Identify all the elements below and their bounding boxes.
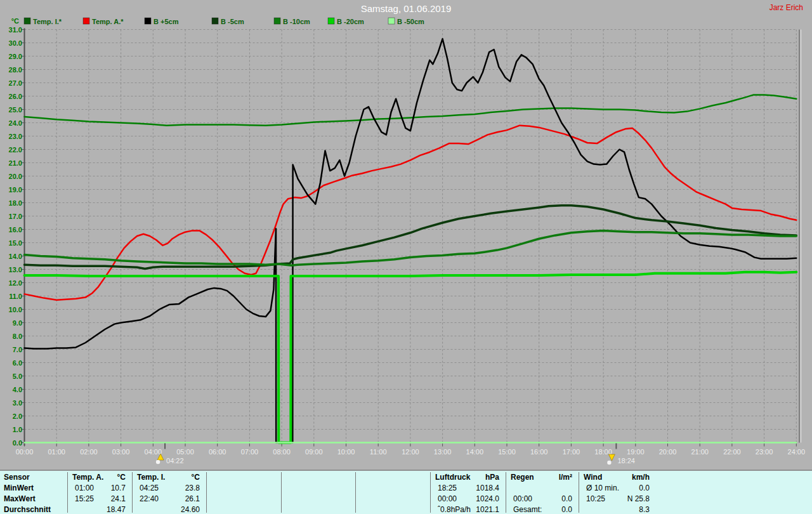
table-row-label: MaxWert <box>4 494 36 504</box>
y-axis-label: 1.0 <box>13 426 22 433</box>
table-row-label: MinWert <box>4 484 34 493</box>
x-axis-label: 21:00 <box>691 448 709 456</box>
table-cell-value: 1024.0 <box>430 494 499 504</box>
legend-swatch-b+5cm <box>145 18 151 24</box>
y-axis-label: 13.0 <box>9 266 22 273</box>
sunset-marker-sun-glyph <box>607 461 611 465</box>
legend-swatch-b-50cm <box>388 18 395 24</box>
x-axis-label: 14:00 <box>466 448 484 456</box>
legend-label: Temp. I.* <box>33 18 62 25</box>
x-axis-label: 01:00 <box>48 448 65 456</box>
table-cell-value: 10.7 <box>67 484 126 493</box>
legend-label: B +5cm <box>154 18 179 25</box>
legend-swatch-b-5cm <box>212 18 218 24</box>
legend-label: B -50cm <box>397 18 424 25</box>
table-cell-value: 23.8 <box>132 484 200 493</box>
table-cell-value: 24.1 <box>67 494 126 504</box>
x-axis-label: 05:00 <box>176 448 194 456</box>
y-axis-label: 8.0 <box>13 333 22 340</box>
table-row-label: Sensor <box>4 473 30 482</box>
table-cell-value: 24.60 <box>132 505 200 514</box>
y-axis-label: 31.0 <box>9 26 22 34</box>
table-column-divider <box>355 472 356 513</box>
sunset-marker-icon <box>608 454 615 461</box>
x-axis-label: 20:00 <box>659 448 677 456</box>
legend-swatch-tempi <box>24 18 30 24</box>
weather-app-window: Samstag, 01.06.2019 Jarz Erich °C 0.01.0… <box>0 0 812 514</box>
y-axis-label: 5.0 <box>13 372 22 380</box>
y-axis-label: 21.0 <box>9 159 22 167</box>
table-cell-value: 1018.4 <box>430 484 499 493</box>
y-axis-label: 6.0 <box>13 359 22 367</box>
legend-swatch-b-20cm <box>328 18 334 24</box>
x-axis-label: 22:00 <box>723 448 741 456</box>
x-axis-label: 23:00 <box>756 448 773 456</box>
axis-labels: 0.01.02.03.04.05.06.07.08.09.010.011.012… <box>9 26 805 456</box>
table-cell-value: 0.0 <box>579 484 650 493</box>
x-axis-label: 17:00 <box>563 448 580 456</box>
y-axis-label: 23.0 <box>9 133 22 140</box>
x-axis-label: 06:00 <box>209 448 226 456</box>
x-axis-label: 09:00 <box>305 448 323 456</box>
table-column-divider <box>206 472 207 513</box>
y-axis-label: 7.0 <box>13 346 22 353</box>
table-cell-value: 18.47 <box>67 505 126 514</box>
x-axis-label: 08:00 <box>273 448 291 456</box>
y-axis-label: 18.0 <box>9 199 22 207</box>
legend-label: Temp. A.* <box>92 18 124 25</box>
legend-label: B -10cm <box>283 18 310 25</box>
x-axis-label: 04:00 <box>145 448 162 456</box>
legend-label: B -20cm <box>337 18 364 25</box>
x-axis-label: 11:00 <box>370 448 387 456</box>
y-axis-label: 0.0 <box>13 439 22 447</box>
y-axis-label: 14.0 <box>9 253 22 260</box>
y-axis-label: 3.0 <box>13 399 22 407</box>
y-axis-label: 11.0 <box>9 293 22 300</box>
y-axis-label: 10.0 <box>9 306 22 313</box>
y-axis-label: 15.0 <box>9 239 22 247</box>
axes <box>22 29 801 447</box>
owner-watermark: Jarz Erich <box>769 3 803 12</box>
y-axis-unit-label: °C <box>11 17 19 25</box>
x-axis-label: 24:00 <box>788 448 806 456</box>
x-axis-label: 16:00 <box>530 448 548 456</box>
y-axis-label: 28.0 <box>9 66 22 74</box>
y-axis-label: 29.0 <box>9 53 22 60</box>
x-axis-label: 00:00 <box>16 448 34 456</box>
table-column-divider <box>281 472 282 513</box>
x-axis-label: 12:00 <box>402 448 419 456</box>
y-axis-label: 24.0 <box>9 119 22 127</box>
x-axis-label: 07:00 <box>241 448 259 456</box>
legend-swatch-tempa <box>83 18 89 24</box>
page-title: Samstag, 01.06.2019 <box>361 3 452 14</box>
y-axis-label: 17.0 <box>9 213 22 220</box>
y-axis-label: 20.0 <box>9 173 22 180</box>
column-unit: km/h <box>579 473 650 482</box>
x-axis-label: 03:00 <box>112 448 130 456</box>
table-cell-value: 26.1 <box>132 494 200 504</box>
y-axis-label: 16.0 <box>9 226 22 234</box>
y-axis-label: 19.0 <box>9 186 22 194</box>
table-cell-value: 1021.1 <box>430 505 499 514</box>
sunset-marker-time: 18:24 <box>617 457 635 465</box>
y-axis-label: 25.0 <box>9 106 22 114</box>
table-cell-value: 0.0 <box>506 505 572 514</box>
y-axis-label: 12.0 <box>9 279 22 287</box>
x-axis-label: 13:00 <box>434 448 452 456</box>
legend-swatch-b-10cm <box>274 18 280 24</box>
y-axis-label: 26.0 <box>9 93 22 100</box>
y-axis-label: 27.0 <box>9 79 22 87</box>
column-unit: l/m² <box>506 473 572 482</box>
chart-legend: Temp. I.*Temp. A.*B +5cmB -5cmB -10cmB -… <box>24 18 424 25</box>
table-cell-value: 8.3 <box>579 505 650 514</box>
table-cell-value: 0.0 <box>506 494 572 504</box>
sunrise-marker-sun-glyph <box>156 460 160 464</box>
stats-table: SensorMinWertMaxWertDurchschnittTemp. A.… <box>0 470 812 514</box>
column-unit: °C <box>67 473 126 482</box>
x-axis-label: 10:00 <box>337 448 355 456</box>
column-unit: °C <box>132 473 200 482</box>
x-axis-label: 19:00 <box>627 448 645 456</box>
sunrise-marker-time: 04:22 <box>166 457 184 465</box>
y-axis-label: 4.0 <box>13 386 22 393</box>
y-axis-label: 30.0 <box>9 39 22 47</box>
